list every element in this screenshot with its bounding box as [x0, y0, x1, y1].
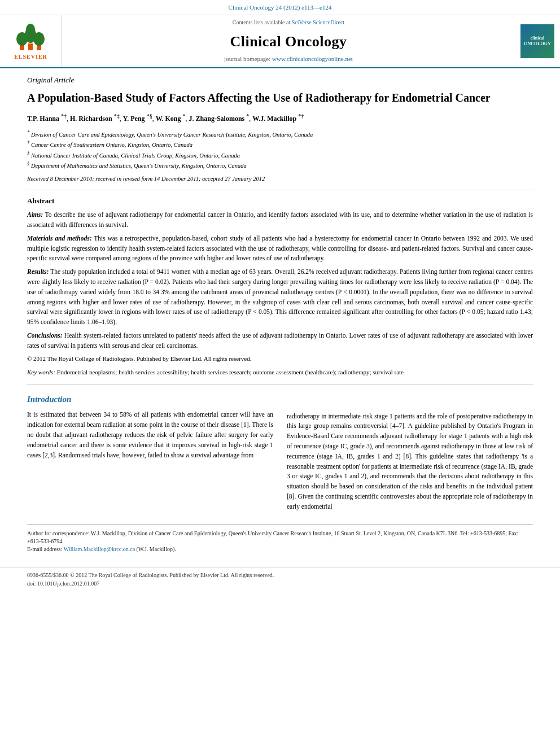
journal-header-center: Contents lists available at SciVerse Sci… [62, 15, 515, 67]
affiliation-4: § Department of Mathematics and Statisti… [27, 160, 533, 170]
abstract-results: Results: The study population included a… [27, 267, 533, 327]
author-peng: Y. Peng *§, [123, 115, 156, 123]
keywords-text: Endometrial neoplasms; health services a… [57, 369, 404, 375]
introduction-columns: Introduction It is estimated that betwee… [27, 394, 533, 516]
svg-point-6 [26, 24, 35, 35]
affiliation-2: † Cancer Centre of Southeastern Ontario,… [27, 139, 533, 149]
email-link[interactable]: William.Mackillop@krcc.on.ca [64, 546, 135, 552]
methods-text: This was a retrospective, population-bas… [27, 235, 533, 262]
elsevier-logo: ELSEVIER [14, 21, 48, 62]
methods-label: Materials and methods: [27, 235, 91, 242]
results-label: Results: [27, 268, 49, 275]
elsevier-text: ELSEVIER [14, 53, 47, 62]
abstract-title: Abstract [27, 196, 533, 207]
intro-paragraph-1: It is estimated that between 34 to 58% o… [27, 410, 273, 460]
aims-text: To describe the use of adjuvant radiothe… [27, 211, 533, 228]
journal-homepage: journal homepage: www.clinicaloncologyon… [224, 55, 353, 64]
aims-label: Aims: [27, 211, 43, 218]
divider-1 [27, 190, 533, 190]
introduction-title: Introduction [27, 394, 273, 406]
svg-point-5 [33, 32, 45, 46]
authors-line: T.P. Hanna *†, H. Richardson *‡, Y. Peng… [27, 112, 533, 124]
keywords-line: Key words: Endometrial neoplasms; health… [27, 368, 533, 377]
results-text: The study population included a total of… [27, 268, 533, 325]
elsevier-logo-area: ELSEVIER [0, 15, 62, 67]
sciverse-line: Contents lists available at SciVerse Sci… [233, 19, 345, 27]
author-richardson: H. Richardson *‡, [70, 115, 123, 123]
elsevier-tree-icon [14, 21, 48, 52]
journal-logo-box: clinical ONCOLOGY [520, 24, 554, 58]
divider-2 [27, 384, 533, 385]
abstract-aims: Aims: To describe the use of adjuvant ra… [27, 210, 533, 230]
footer-line-1: 0936-6555/$36.00 © 2012 The Royal Colleg… [27, 571, 533, 579]
article-type: Original Article [27, 75, 533, 86]
sciverse-link[interactable]: SciVerse ScienceDirect [292, 19, 345, 25]
affiliation-3: ‡ National Cancer Institute of Canada, C… [27, 150, 533, 160]
homepage-link[interactable]: www.clinicaloncologyonline.net [272, 55, 353, 62]
article-title: A Population-Based Study of Factors Affe… [27, 90, 533, 105]
footnote-email: E-mail address: William.Mackillop@krcc.o… [27, 545, 533, 553]
keywords-label: Key words: [27, 369, 55, 375]
main-content: Original Article A Population-Based Stud… [0, 68, 560, 560]
footer-line-2: doi: 10.1016/j.clon.2012.01.007 [27, 579, 533, 588]
top-bar: Clinical Oncology 24 (2012) e113—e124 [0, 0, 560, 15]
affiliations: * Division of Cancer Care and Epidemiolo… [27, 129, 533, 170]
conclusions-label: Conclusions: [27, 332, 63, 339]
intro-left-col: Introduction It is estimated that betwee… [27, 394, 273, 516]
received-dates: Received 8 December 2010; received in re… [27, 174, 533, 183]
copyright-line: © 2012 The Royal College of Radiologists… [27, 355, 533, 364]
author-zhang: J. Zhang-Salomons *, [189, 115, 253, 123]
footnote-author: Author for correspondence: W.J. Mackillo… [27, 530, 533, 545]
abstract-conclusions: Conclusions: Health system-related facto… [27, 331, 533, 351]
intro-paragraph-2: radiotherapy in intermediate-risk stage … [287, 412, 533, 512]
journal-title: Clinical Oncology [230, 31, 347, 53]
footer-bar: 0936-6555/$36.00 © 2012 The Royal Colleg… [0, 567, 560, 591]
intro-right-col: radiotherapy in intermediate-risk stage … [287, 394, 533, 516]
abstract-methods: Materials and methods: This was a retros… [27, 234, 533, 264]
author-mackillop: W.J. Mackillop *† [252, 115, 304, 123]
affiliation-1: * Division of Cancer Care and Epidemiolo… [27, 129, 533, 139]
author-hanna: T.P. Hanna *†, [27, 115, 70, 123]
journal-logo-area: clinical ONCOLOGY [515, 15, 560, 67]
abstract-section: Abstract Aims: To describe the use of ad… [27, 196, 533, 377]
author-kong: W. Kong *, [156, 115, 189, 123]
journal-header: ELSEVIER Contents lists available at Sci… [0, 15, 560, 68]
svg-rect-1 [28, 43, 33, 50]
journal-citation: Clinical Oncology 24 (2012) e113—e124 [229, 4, 332, 11]
conclusions-text: Health system-related factors unrelated … [27, 332, 533, 349]
footnote-section: Author for correspondence: W.J. Mackillo… [27, 525, 533, 553]
